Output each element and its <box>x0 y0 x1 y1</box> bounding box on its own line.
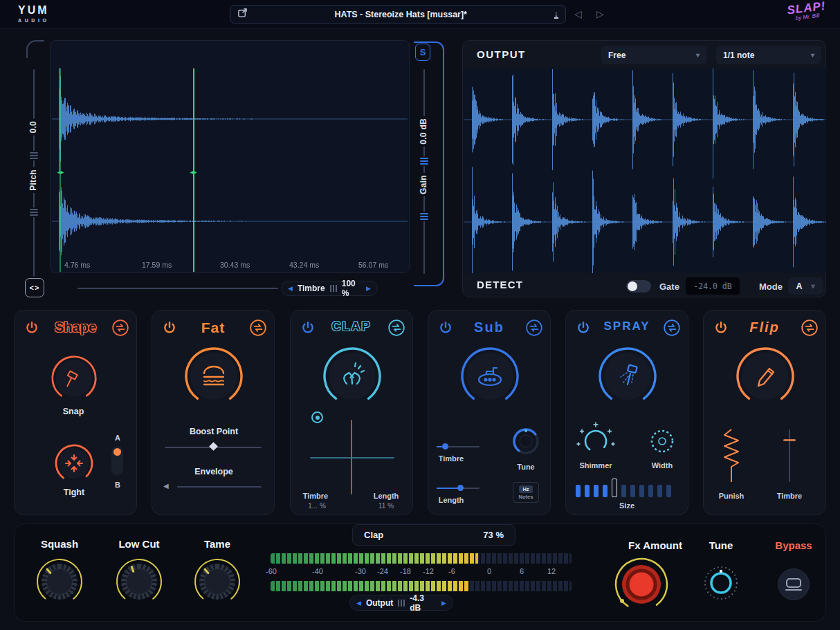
clap-ab-compare-icon[interactable] <box>386 317 407 338</box>
share-icon[interactable] <box>237 8 248 21</box>
scale-label: -18 <box>400 567 411 575</box>
sample-start-marker-handle[interactable]: ◂▸ <box>55 168 66 176</box>
pitch-slider-handle2[interactable] <box>30 207 38 217</box>
size-bar[interactable] <box>621 485 626 497</box>
output-sync-select[interactable]: Free ▾ <box>601 46 706 64</box>
timbre-value: 100 % <box>342 279 361 298</box>
size-bar[interactable] <box>594 485 599 497</box>
gain-slider-handle2[interactable] <box>420 212 428 221</box>
click-timbre-control[interactable]: ◀ Timbre 100 % ▶ <box>281 281 378 296</box>
click-waveform-display[interactable] <box>52 68 408 272</box>
gain-slider-handle[interactable] <box>420 156 428 166</box>
scale-label: -12 <box>423 567 434 575</box>
output-note-select[interactable]: 1/1 note ▾ <box>716 46 821 64</box>
flip-timbre-slider[interactable] <box>789 429 790 482</box>
grip-icon[interactable] <box>398 600 405 606</box>
size-bar[interactable] <box>585 485 590 497</box>
unit-hz[interactable]: Hz <box>519 485 532 493</box>
decrement-icon[interactable]: ◀ <box>288 285 293 292</box>
squash-knob[interactable] <box>35 557 84 606</box>
preset-name[interactable]: HATS - Stereoize Hats [mussar]* <box>253 10 549 19</box>
clap-xy-y-axis[interactable] <box>351 420 352 494</box>
fat-envelope-slider[interactable] <box>177 486 262 488</box>
scale-label: -30 <box>355 567 366 575</box>
sub-unit-toggle[interactable]: Hz Notes <box>513 482 539 503</box>
prev-preset-button[interactable]: ◁ <box>574 8 582 19</box>
grip-icon[interactable] <box>330 285 337 292</box>
gate-toggle[interactable] <box>626 280 651 293</box>
bypass-button[interactable] <box>778 568 810 600</box>
pitch-slider-handle[interactable] <box>30 151 38 160</box>
spray-width-knob[interactable] <box>642 421 682 461</box>
gain-bracket <box>414 41 444 286</box>
increment-icon[interactable]: ▶ <box>441 600 446 606</box>
size-bar[interactable] <box>630 485 635 497</box>
flip-timbre-thumb[interactable] <box>783 439 796 441</box>
shape-title: Shape <box>44 319 107 335</box>
unit-notes[interactable]: Notes <box>519 494 533 500</box>
next-preset-button[interactable]: ▷ <box>596 8 604 19</box>
playhead-marker-handle[interactable]: ◂▸ <box>188 168 199 176</box>
flip-amount-knob[interactable] <box>734 345 796 407</box>
sub-tune-knob[interactable] <box>510 425 542 457</box>
gain-slider-track[interactable] <box>423 69 425 274</box>
gate-value[interactable]: -24.0 dB <box>686 277 740 295</box>
output-gain-control[interactable]: ◀ Output -4.3 dB ▶ <box>349 595 453 611</box>
sub-length-thumb[interactable] <box>457 485 464 491</box>
size-bar[interactable] <box>603 485 608 497</box>
shape-snap-knob[interactable] <box>49 353 99 403</box>
zoom-fit-button[interactable]: <> <box>25 278 44 297</box>
clap-mode-radio[interactable] <box>311 411 323 423</box>
spray-power-button[interactable] <box>573 317 594 338</box>
mode-select[interactable]: A ▿ <box>788 277 823 295</box>
pitch-value: 0.0 <box>28 119 39 136</box>
tame-knob[interactable] <box>193 557 241 606</box>
size-bar[interactable] <box>612 479 617 497</box>
flip-punish-slider[interactable] <box>720 428 742 483</box>
decrement-icon[interactable]: ◀ <box>356 600 361 606</box>
time-ruler-label: 43.24 ms <box>289 261 319 269</box>
meter-source-select[interactable]: Clap 73 % <box>352 524 515 546</box>
sub-power-button[interactable] <box>435 317 456 338</box>
size-bar[interactable] <box>666 485 671 497</box>
scale-label: -60 <box>266 567 277 575</box>
size-bar[interactable] <box>639 485 644 497</box>
size-bar[interactable] <box>657 485 662 497</box>
increment-icon[interactable]: ▶ <box>366 285 371 292</box>
preset-bar[interactable]: HATS - Stereoize Hats [mussar]* ↓ <box>230 5 566 24</box>
fx-amount-knob[interactable] <box>612 555 670 613</box>
shape-ab-switch[interactable] <box>111 446 123 475</box>
flip-ab-compare-icon[interactable] <box>799 317 820 338</box>
timbre-slider-track[interactable] <box>77 288 278 289</box>
time-ruler-label: 30.43 ms <box>220 261 250 269</box>
fat-power-button[interactable] <box>159 317 180 338</box>
shape-power-button[interactable] <box>21 317 42 338</box>
solo-button[interactable]: S <box>415 44 430 61</box>
lowcut-knob[interactable] <box>115 557 163 606</box>
clap-xy-x-axis[interactable] <box>310 457 394 458</box>
tune-knob[interactable] <box>701 563 741 603</box>
boost-point-marker[interactable] <box>209 442 218 451</box>
clap-amount-knob[interactable] <box>321 345 383 407</box>
shape-tight-knob[interactable] <box>53 442 95 485</box>
sub-amount-knob[interactable] <box>459 345 521 407</box>
sub-ab-compare-icon[interactable] <box>524 317 545 338</box>
spray-ab-compare-icon[interactable] <box>661 317 682 338</box>
output-waveform-display[interactable] <box>464 68 826 273</box>
envelope-arrow-icon[interactable]: ◀ <box>163 482 169 490</box>
sub-timbre-thumb[interactable] <box>442 443 448 450</box>
flip-power-button[interactable] <box>711 317 731 338</box>
sub-timbre-label: Timbre <box>430 454 473 463</box>
fat-amount-knob[interactable] <box>183 345 245 407</box>
download-icon[interactable]: ↓ <box>554 10 559 19</box>
fat-ab-compare-icon[interactable] <box>248 317 268 338</box>
clap-power-button[interactable] <box>298 317 318 338</box>
shape-ab-compare-icon[interactable] <box>110 317 131 338</box>
clap-length-value: 11 % <box>371 502 401 510</box>
size-bar[interactable] <box>648 485 653 497</box>
spray-shimmer-knob[interactable] <box>576 421 616 461</box>
size-bar[interactable] <box>576 485 581 497</box>
spray-size-bars[interactable] <box>576 476 681 497</box>
pitch-label: Pitch <box>28 167 39 193</box>
spray-amount-knob[interactable] <box>596 345 659 407</box>
